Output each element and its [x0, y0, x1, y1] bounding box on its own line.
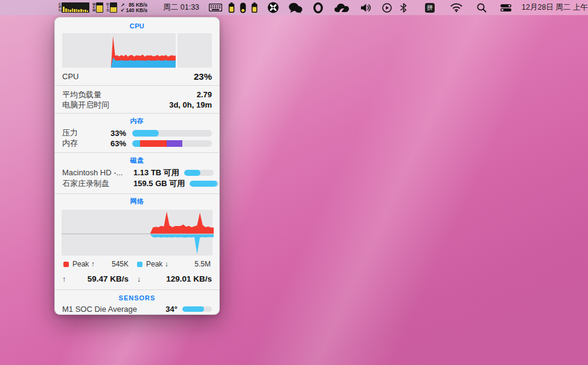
play-circle-icon[interactable] — [382, 0, 392, 15]
keyboard-battery-icon[interactable] — [228, 0, 235, 15]
disk-widget-label: DIS — [106, 3, 109, 12]
istat-disk-widget[interactable]: DIS — [106, 0, 117, 15]
memory-pressure-label: 压力 — [62, 128, 97, 138]
volume-icon[interactable] — [360, 0, 372, 15]
peak-download-label: Peak ↓ — [146, 260, 168, 268]
cpu-history-graph — [62, 33, 176, 68]
wechat-icon[interactable] — [289, 0, 302, 15]
wifi-icon[interactable] — [450, 0, 462, 15]
memory-section-title: 内存 — [55, 117, 219, 126]
disk-free-value: 159.5 GB 可用 — [133, 178, 185, 189]
disk-section-title: 磁盘 — [55, 156, 219, 165]
cpu-label: CPU — [62, 72, 78, 81]
istat-dropdown-panel: CPU CPU 23% 平均负载量 2.79 电脑开启时间 3d, 0h, 19… — [54, 17, 220, 315]
peak-upload-swatch — [63, 262, 69, 267]
divider — [55, 113, 219, 114]
fan-icon[interactable] — [267, 0, 279, 15]
load-average-value: 2.79 — [197, 90, 212, 99]
disk-name: 石家庄录制盘 — [62, 178, 133, 189]
search-icon[interactable] — [477, 0, 487, 15]
control-center-icon[interactable] — [500, 0, 512, 15]
divider — [55, 152, 219, 153]
sensor-name: M1 SOC Die Average — [62, 305, 153, 314]
mouse-battery-icon[interactable] — [240, 0, 246, 15]
trackpad-battery-icon[interactable] — [251, 0, 258, 15]
peak-download-swatch — [137, 262, 142, 267]
cpu-histogram — [62, 2, 89, 13]
network-section-title: 网络 — [55, 197, 219, 206]
istat-cpu-widget[interactable]: CPU — [59, 0, 89, 15]
cpu-cores-graph — [177, 33, 212, 68]
sensor-row: M1 SOC Die Average 34° — [62, 305, 212, 314]
mem-widget-label: MEM — [92, 3, 95, 12]
memory-used-label: 内存 — [62, 138, 97, 149]
ring-icon[interactable] — [313, 0, 323, 15]
peak-upload-value: 545K — [95, 260, 129, 268]
sensors-section-title: SENSORS — [55, 290, 219, 302]
disk-row: 石家庄录制盘 159.5 GB 可用 — [62, 179, 212, 188]
bluetooth-icon[interactable] — [400, 0, 407, 15]
menu-date-time[interactable]: 12月28日 周二 上午1:33 — [522, 2, 588, 13]
disk-gauge — [110, 2, 117, 13]
uptime-value: 3d, 0h, 19m — [169, 100, 212, 109]
load-average-label: 平均负载量 — [62, 89, 101, 100]
cpu-widget-label: CPU — [59, 3, 61, 12]
input-method-pinyin-icon[interactable]: 拼 — [425, 0, 435, 15]
upload-rate-value: 59.47 KB/s — [66, 274, 129, 283]
disk-usage-bar — [190, 181, 219, 187]
download-speed: 140 KB/s — [126, 8, 147, 13]
divider — [55, 193, 219, 194]
menu-bar: CPU MEM DIS ↗ ↙ 85 KB/s 140 KB/s 周二 01:3… — [0, 0, 588, 15]
disk-row: Macintosh HD -... 1.13 TB 可用 — [62, 168, 212, 177]
peak-upload-label: Peak ↑ — [72, 260, 95, 268]
peak-download-value: 5.5M — [168, 260, 211, 268]
memory-pressure-bar — [132, 130, 212, 137]
keyboard-icon[interactable] — [209, 0, 222, 15]
memory-used-value: 63% — [97, 139, 126, 148]
uptime-label: 电脑开启时间 — [62, 100, 109, 111]
cloud-icon[interactable] — [334, 0, 350, 15]
sensor-value: 34° — [153, 305, 177, 314]
istat-network-widget[interactable]: ↗ ↙ 85 KB/s 140 KB/s — [117, 0, 148, 15]
cpu-section-title: CPU — [55, 22, 219, 30]
menu-clock[interactable]: 周二 01:33 — [163, 2, 199, 13]
sensor-bar — [182, 306, 212, 312]
network-arrows-icon: ↗ ↙ — [121, 3, 125, 13]
memory-used-bar — [132, 140, 212, 147]
disk-usage-bar — [184, 170, 214, 176]
cpu-usage-value: 23% — [194, 71, 212, 82]
disk-name: Macintosh HD -... — [62, 168, 133, 177]
network-graph — [62, 210, 214, 256]
istat-mem-widget[interactable]: MEM — [92, 0, 103, 15]
disk-free-value: 1.13 TB 可用 — [133, 167, 179, 178]
mem-gauge — [96, 2, 103, 13]
download-rate-value: 129.01 KB/s — [141, 274, 213, 283]
desktop-wallpaper: CPU MEM DIS ↗ ↙ 85 KB/s 140 KB/s 周二 01:3… — [0, 0, 588, 365]
memory-pressure-value: 33% — [97, 129, 126, 138]
